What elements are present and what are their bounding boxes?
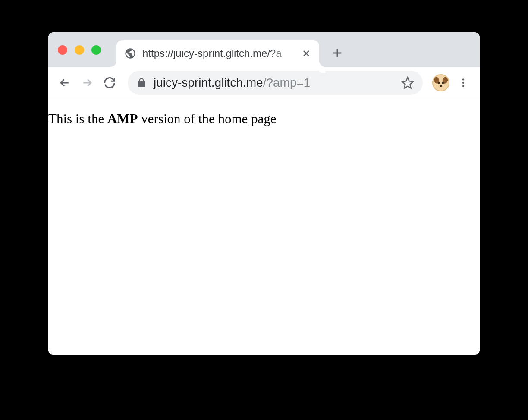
svg-point-0 xyxy=(462,78,464,80)
toolbar: juicy-sprint.glitch.me/?amp=1 xyxy=(48,67,480,99)
tab-bar: https://juicy-sprint.glitch.me/?a xyxy=(48,32,480,67)
window-close-button[interactable] xyxy=(58,45,67,55)
profile-avatar[interactable] xyxy=(432,74,449,91)
window-minimize-button[interactable] xyxy=(75,45,84,55)
forward-button[interactable] xyxy=(79,74,96,91)
url-host: juicy-sprint.glitch.me xyxy=(154,76,263,89)
bookmark-star-icon[interactable] xyxy=(401,76,414,89)
lock-icon[interactable] xyxy=(136,78,147,88)
dog-avatar-icon xyxy=(433,75,449,91)
new-tab-button[interactable] xyxy=(331,47,343,59)
menu-button[interactable] xyxy=(455,74,472,91)
reload-button[interactable] xyxy=(101,74,118,91)
page-content: This is the AMP version of the home page xyxy=(48,99,480,355)
back-button[interactable] xyxy=(56,74,73,91)
window-controls xyxy=(58,45,101,55)
svg-point-2 xyxy=(462,85,464,87)
text-segment: This is the xyxy=(48,111,107,126)
svg-point-1 xyxy=(462,82,464,84)
url-path: /?amp=1 xyxy=(263,76,311,89)
address-bar[interactable]: juicy-sprint.glitch.me/?amp=1 xyxy=(128,71,423,95)
globe-icon xyxy=(124,47,136,60)
browser-window: https://juicy-sprint.glitch.me/?a juicy-… xyxy=(48,32,480,355)
close-icon[interactable] xyxy=(301,48,311,59)
tab-title: https://juicy-sprint.glitch.me/?a xyxy=(142,47,295,60)
url-text: juicy-sprint.glitch.me/?amp=1 xyxy=(154,76,394,90)
browser-tab[interactable]: https://juicy-sprint.glitch.me/?a xyxy=(116,40,319,67)
window-maximize-button[interactable] xyxy=(91,45,101,55)
text-segment: version of the home page xyxy=(138,111,277,126)
body-text: This is the AMP version of the home page xyxy=(48,111,480,127)
text-bold-segment: AMP xyxy=(107,111,138,126)
